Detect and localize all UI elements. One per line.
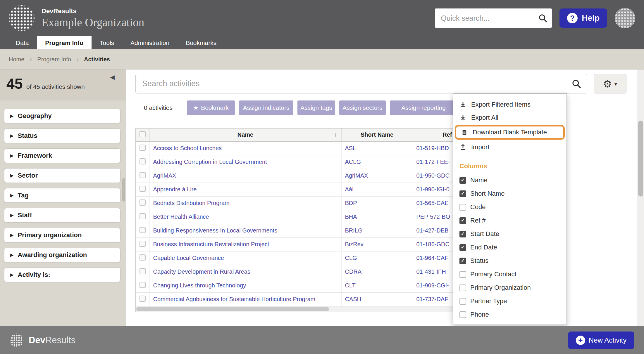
- column-option-ref[interactable]: ✓ Ref #: [453, 214, 566, 227]
- activity-short-name-link[interactable]: CASH: [345, 296, 361, 302]
- column-option-phone[interactable]: ✓ Phone: [453, 308, 566, 321]
- assign-indicators-button[interactable]: Assign indicators: [239, 100, 293, 115]
- assign-tags-button[interactable]: Assign tags: [297, 100, 335, 115]
- activity-name-link[interactable]: Capacity Development in Rural Areas: [153, 268, 250, 275]
- column-option-name[interactable]: ✓ Name: [453, 173, 566, 187]
- activity-ref-link[interactable]: 01-431-IFH-: [416, 268, 448, 275]
- activity-ref-link[interactable]: 01-172-FEE-: [416, 159, 450, 165]
- horizontal-scrollbar-thumb[interactable]: [136, 307, 329, 311]
- activity-ref-link[interactable]: 01-950-GDC: [416, 172, 450, 179]
- activity-name-link[interactable]: Addressing Corruption in Local Governmen…: [153, 159, 267, 165]
- activity-short-name-link[interactable]: ACLG: [345, 159, 361, 165]
- filter-activity-is[interactable]: ▶ Activity is:: [4, 268, 120, 282]
- activity-short-name-link[interactable]: AàL: [345, 186, 356, 192]
- activity-short-name-link[interactable]: AgriMAX: [345, 172, 368, 179]
- menu-export-filtered-items[interactable]: Export Filtered Items: [453, 98, 566, 111]
- row-checkbox[interactable]: [140, 158, 146, 164]
- activity-ref-link[interactable]: 01-909-CGI-: [416, 282, 449, 289]
- assign-reporting-button[interactable]: Assign reporting: [390, 100, 457, 115]
- filter-tag[interactable]: ▶ Tag: [4, 188, 120, 203]
- filter-primary-organization[interactable]: ▶ Primary organization: [4, 228, 120, 242]
- quick-search-input[interactable]: [435, 14, 538, 23]
- activity-name-link[interactable]: Business Infrastructure Revitalization P…: [153, 241, 269, 247]
- activity-name-link[interactable]: Changing Lives through Technology: [153, 282, 246, 289]
- column-option-code[interactable]: ✓ Code: [453, 200, 566, 214]
- row-checkbox[interactable]: [140, 296, 146, 302]
- vertical-scrollbar[interactable]: [637, 70, 644, 326]
- row-checkbox[interactable]: [140, 227, 146, 233]
- new-activity-button[interactable]: + New Activity: [568, 332, 634, 349]
- activity-name-link[interactable]: Apprendre à Lire: [153, 186, 197, 192]
- column-option-short-name[interactable]: ✓ Short Name: [453, 187, 566, 200]
- activity-ref-link[interactable]: 01-964-CAF: [416, 255, 448, 261]
- filter-awarding-organization[interactable]: ▶ Awarding organization: [4, 248, 120, 262]
- nav-program-info[interactable]: Program Info: [37, 36, 92, 49]
- activity-ref-link[interactable]: 01-186-GDC: [416, 241, 450, 247]
- nav-administration[interactable]: Administration: [122, 36, 178, 49]
- row-checkbox[interactable]: [140, 213, 146, 219]
- filter-framework[interactable]: ▶ Framework: [4, 148, 120, 163]
- activity-name-link[interactable]: AgriMAX: [153, 172, 176, 179]
- column-option-primary-contact[interactable]: ✓ Primary Contact: [453, 268, 566, 281]
- row-checkbox[interactable]: [140, 172, 146, 178]
- filter-geography[interactable]: ▶ Geography: [4, 109, 120, 123]
- row-checkbox[interactable]: [140, 282, 146, 288]
- account-globe-icon[interactable]: [615, 8, 635, 28]
- activities-search-input[interactable]: [136, 79, 572, 88]
- column-option-end-date[interactable]: ✓ End Date: [453, 241, 566, 254]
- filter-status[interactable]: ▶ Status: [4, 129, 120, 143]
- settings-gear-button[interactable]: ⚙ ▾: [594, 74, 626, 93]
- activity-ref-link[interactable]: 01-990-IGI-0: [416, 186, 450, 192]
- column-option-partner-type[interactable]: ✓ Partner Type: [453, 294, 566, 308]
- row-checkbox[interactable]: [140, 145, 146, 151]
- activity-short-name-link[interactable]: CLT: [345, 282, 356, 289]
- filter-staff[interactable]: ▶ Staff: [4, 208, 120, 223]
- row-checkbox[interactable]: [140, 199, 146, 206]
- activity-ref-link[interactable]: 01-427-DEB: [416, 227, 449, 234]
- activity-short-name-link[interactable]: CLG: [345, 255, 357, 261]
- row-checkbox[interactable]: [140, 241, 146, 247]
- activity-short-name-link[interactable]: ASL: [345, 145, 356, 151]
- activity-name-link[interactable]: Better Health Alliance: [153, 214, 209, 220]
- filter-sector[interactable]: ▶ Sector: [4, 168, 120, 183]
- row-checkbox[interactable]: [140, 186, 146, 192]
- select-all-checkbox[interactable]: [140, 131, 146, 137]
- menu-download-blank-template[interactable]: Download Blank Template: [456, 126, 563, 138]
- row-checkbox[interactable]: [140, 268, 146, 274]
- activity-name-link[interactable]: Bednets Distribution Program: [153, 200, 230, 206]
- nav-bookmarks[interactable]: Bookmarks: [178, 36, 225, 49]
- activity-name-link[interactable]: Capable Local Governance: [153, 255, 224, 261]
- vertical-scrollbar-thumb[interactable]: [638, 121, 643, 197]
- menu-import[interactable]: Import: [453, 140, 566, 154]
- row-checkbox[interactable]: [140, 254, 146, 261]
- assign-sectors-button[interactable]: Assign sectors: [339, 100, 386, 115]
- activity-ref-link[interactable]: 01-565-CAE: [416, 200, 449, 206]
- column-header-short-name[interactable]: Short Name: [341, 129, 413, 141]
- devresults-logo-icon[interactable]: [9, 5, 35, 31]
- search-icon[interactable]: [572, 79, 581, 88]
- nav-data[interactable]: Data: [8, 36, 37, 49]
- column-option-partial[interactable]: [453, 321, 566, 325]
- activity-name-link[interactable]: Commercial Agribusiness for Sustainable …: [153, 296, 316, 302]
- activity-ref-link[interactable]: 01-519-HBD: [416, 145, 449, 151]
- menu-export-all[interactable]: Export All: [453, 111, 566, 124]
- column-header-name[interactable]: Name ↑: [149, 129, 341, 141]
- breadcrumb-program-info[interactable]: Program Info: [37, 56, 71, 63]
- help-button[interactable]: ? Help: [559, 8, 607, 28]
- nav-tools[interactable]: Tools: [92, 36, 122, 49]
- column-option-start-date[interactable]: ✓ Start Date: [453, 227, 566, 241]
- activity-short-name-link[interactable]: BRILG: [345, 227, 363, 234]
- column-option-primary-organization[interactable]: ✓ Primary Organization: [453, 281, 566, 294]
- bookmark-button[interactable]: ★ Bookmark: [187, 100, 235, 115]
- sidebar-scrollbar[interactable]: [122, 178, 125, 202]
- activity-short-name-link[interactable]: BDP: [345, 200, 357, 206]
- activity-name-link[interactable]: Access to School Lunches: [153, 145, 222, 151]
- column-option-status[interactable]: ✓ Status: [453, 254, 566, 268]
- collapse-sidebar-icon[interactable]: ◀: [110, 74, 115, 81]
- search-icon[interactable]: [538, 14, 547, 22]
- activity-short-name-link[interactable]: CDRA: [345, 268, 362, 275]
- horizontal-scrollbar[interactable]: [136, 306, 486, 312]
- activity-ref-link[interactable]: 01-737-DAF: [416, 296, 448, 302]
- activity-short-name-link[interactable]: BHA: [345, 214, 357, 220]
- activity-short-name-link[interactable]: BizRev: [345, 241, 364, 247]
